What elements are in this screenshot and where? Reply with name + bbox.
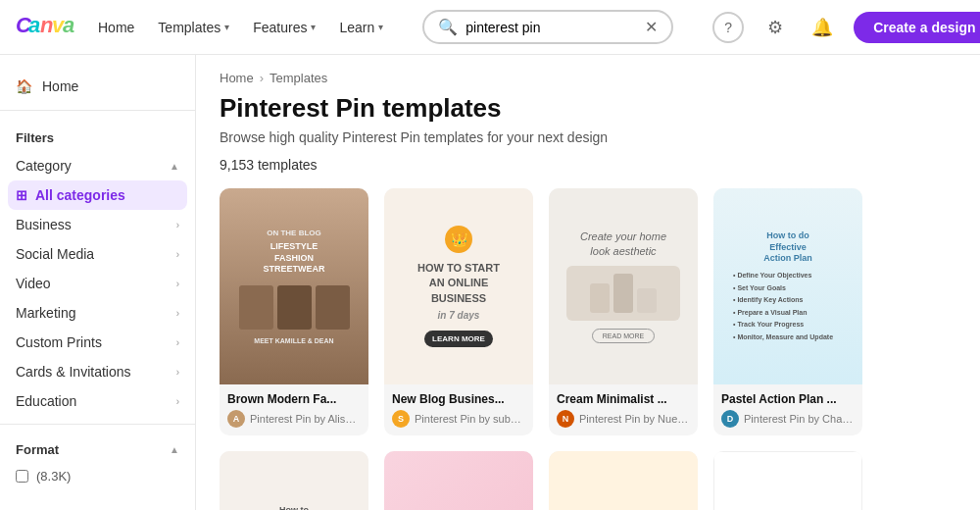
notifications-icon[interactable]: 🔔	[807, 12, 838, 43]
category-label: Category	[16, 158, 72, 174]
sidebar-item-social-media[interactable]: Social Media ›	[0, 239, 195, 269]
svg-text:a: a	[63, 13, 74, 37]
template-card[interactable]: ON THE BLOG LIFESTYLEFASHIONSTREETWEAR M…	[220, 188, 368, 435]
template-info: Cream Minimalist ... N Pinterest Pin by …	[549, 384, 698, 435]
topnav: C a n v a Home Templates ▾ Features ▾ Le…	[0, 0, 980, 55]
format-checkbox-input[interactable]	[16, 470, 28, 483]
template-author-name: Pinterest Pin by Nueb...	[579, 413, 690, 425]
template-author-row: D Pinterest Pin by Chair...	[721, 410, 855, 428]
breadcrumb-templates[interactable]: Templates	[270, 71, 327, 85]
sidebar-item-education[interactable]: Education ›	[0, 386, 195, 416]
template-author-row: A Pinterest Pin by Alissa...	[227, 410, 361, 428]
sidebar-category-header[interactable]: Category ▲	[0, 151, 195, 180]
template-card[interactable]: How to doEffectiveAction Plan • Define Y…	[713, 188, 862, 435]
template-preview	[384, 451, 533, 510]
template-author-avatar: A	[227, 410, 245, 428]
education-chevron-icon: ›	[176, 396, 179, 407]
template-author-row: N Pinterest Pin by Nueb...	[557, 410, 690, 428]
template-preview: Create your homelook aesthetic READ MORE	[549, 188, 698, 384]
template-preview: 5 Tips MobileMarketing	[549, 451, 698, 510]
template-name: Cream Minimalist ...	[557, 392, 690, 406]
filters-heading: Filters	[0, 119, 195, 151]
sidebar-divider	[0, 110, 195, 111]
page-description: Browse high quality Pinterest Pin templa…	[196, 129, 980, 157]
template-card[interactable]: 👑 HOW TO STARTAN ONLINEBUSINESS in 7 day…	[384, 188, 533, 435]
video-chevron-icon: ›	[176, 279, 179, 289]
breadcrumb-home[interactable]: Home	[220, 71, 254, 85]
category-chevron-icon: ▲	[170, 161, 179, 172]
template-preview: How to doEffectiveAction Plan • Define Y…	[713, 188, 862, 384]
template-info: Pastel Action Plan ... D Pinterest Pin b…	[713, 384, 862, 435]
result-count: 9,153 templates	[196, 157, 980, 188]
template-card[interactable]: HOW TO WRITEBLOG TITLES HOW TO WRITE BLO…	[713, 451, 862, 510]
cards-invitations-chevron-icon: ›	[176, 367, 179, 378]
breadcrumb-separator: ›	[260, 71, 264, 85]
templates-chevron-icon: ▾	[224, 22, 229, 32]
home-icon: 🏠	[16, 78, 32, 94]
templates-nav-link[interactable]: Templates ▾	[158, 20, 229, 35]
features-nav-link[interactable]: Features ▾	[253, 20, 316, 35]
template-card[interactable]: 5 Tips MobileMarketing 5 Tips Mobile Mar…	[549, 451, 698, 510]
search-input[interactable]	[466, 20, 637, 35]
nav-right: ? ⚙ 🔔 Create a design CY	[712, 11, 980, 44]
template-preview: ON THE BLOG LIFESTYLEFASHIONSTREETWEAR M…	[220, 188, 368, 384]
sidebar-item-video[interactable]: Video ›	[0, 269, 195, 298]
svg-text:a: a	[28, 13, 40, 37]
template-preview: 👑 HOW TO STARTAN ONLINEBUSINESS in 7 day…	[384, 188, 533, 384]
template-author-avatar: S	[392, 410, 410, 428]
create-design-button[interactable]: Create a design	[854, 12, 980, 43]
search-icon: 🔍	[438, 18, 458, 36]
search-clear-icon[interactable]: ✕	[645, 18, 658, 36]
custom-prints-chevron-icon: ›	[176, 337, 179, 348]
settings-icon[interactable]: ⚙	[760, 12, 791, 43]
search-box: 🔍 ✕	[422, 10, 673, 44]
template-preview: How toImprove YourEntrepreneurMindset Le…	[220, 451, 368, 510]
grid-icon: ⊞	[16, 187, 27, 203]
page-title: Pinterest Pin templates	[196, 93, 980, 129]
template-author-avatar: D	[721, 410, 739, 428]
sidebar-item-business[interactable]: Business ›	[0, 210, 195, 239]
template-card[interactable]: Pink Pinterest P Pinterest Pin	[384, 451, 533, 510]
canva-logo[interactable]: C a n v a	[16, 11, 74, 44]
sidebar-item-all-categories[interactable]: ⊞ All categories	[8, 180, 187, 210]
template-author-row: S Pinterest Pin by suba...	[392, 410, 525, 428]
sidebar-home[interactable]: 🏠 Home	[0, 71, 195, 102]
sidebar-item-marketing[interactable]: Marketing ›	[0, 298, 195, 328]
breadcrumb: Home › Templates	[196, 55, 980, 93]
sidebar-item-cards-invitations[interactable]: Cards & Invitations ›	[0, 357, 195, 386]
template-info: Brown Modern Fa... A Pinterest Pin by Al…	[220, 384, 368, 435]
template-preview: HOW TO WRITEBLOG TITLES	[713, 451, 862, 510]
template-name: Pastel Action Plan ...	[721, 392, 855, 406]
learn-chevron-icon: ▾	[378, 22, 383, 32]
template-author-name: Pinterest Pin by suba...	[415, 413, 525, 425]
template-author-name: Pinterest Pin by Alissa...	[250, 413, 361, 425]
format-chevron-icon: ▲	[170, 444, 179, 455]
template-card[interactable]: How toImprove YourEntrepreneurMindset Le…	[220, 451, 368, 510]
format-header[interactable]: Format ▲	[0, 433, 195, 463]
format-count-checkbox[interactable]: (8.3K)	[0, 463, 195, 489]
social-media-chevron-icon: ›	[176, 249, 179, 260]
layout: 🏠 Home Filters Category ▲ ⊞ All categori…	[0, 55, 980, 510]
template-info: New Blog Busines... S Pinterest Pin by s…	[384, 384, 533, 435]
business-chevron-icon: ›	[176, 220, 179, 230]
learn-nav-link[interactable]: Learn ▾	[339, 20, 383, 35]
template-name: New Blog Busines...	[392, 392, 525, 406]
template-card[interactable]: Create your homelook aesthetic READ MORE…	[549, 188, 698, 435]
marketing-chevron-icon: ›	[176, 308, 179, 319]
home-nav-link[interactable]: Home	[98, 20, 134, 35]
template-author-name: Pinterest Pin by Chair...	[744, 413, 855, 425]
main-content: Home › Templates Pinterest Pin templates…	[196, 55, 980, 510]
template-name: Brown Modern Fa...	[227, 392, 361, 406]
sidebar: 🏠 Home Filters Category ▲ ⊞ All categori…	[0, 55, 196, 510]
template-author-avatar: N	[557, 410, 574, 428]
help-button[interactable]: ?	[712, 12, 744, 43]
sidebar-item-custom-prints[interactable]: Custom Prints ›	[0, 328, 195, 357]
sidebar-divider-2	[0, 424, 195, 425]
features-chevron-icon: ▾	[311, 22, 316, 32]
template-grid: ON THE BLOG LIFESTYLEFASHIONSTREETWEAR M…	[196, 188, 980, 510]
